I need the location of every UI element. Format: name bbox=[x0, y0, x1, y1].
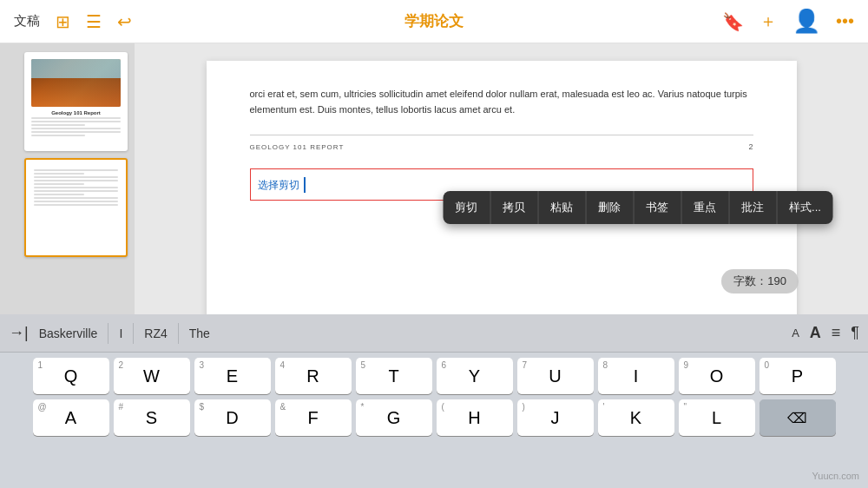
key-D[interactable]: $D bbox=[194, 399, 271, 436]
top-toolbar: 文稿 ⊞ ☰ ↩ 学期论文 🔖 ＋ 👤 ••• bbox=[0, 0, 868, 43]
menu-delete[interactable]: 删除 bbox=[586, 191, 634, 224]
key-K[interactable]: 'K bbox=[598, 399, 674, 436]
key-num: 7 bbox=[523, 361, 528, 370]
align-icon[interactable]: ≡ bbox=[832, 324, 841, 342]
menu-bookmark[interactable]: 书签 bbox=[634, 191, 681, 224]
thumb-line bbox=[34, 183, 84, 185]
key-letter: I bbox=[634, 367, 639, 385]
page-2-thumb[interactable] bbox=[24, 158, 128, 257]
doc-title: 学期论文 bbox=[404, 11, 464, 31]
list-icon[interactable]: ☰ bbox=[86, 11, 102, 32]
key-I[interactable]: 8I bbox=[598, 358, 674, 394]
key-L[interactable]: "L bbox=[679, 399, 755, 436]
watermark: Yuucn.com bbox=[812, 471, 859, 481]
doc-area: orci erat et, sem cum, ultricies sollici… bbox=[135, 43, 868, 314]
menu-copy[interactable]: 拷贝 bbox=[490, 191, 538, 224]
key-num: 2 bbox=[119, 361, 124, 370]
layout-icon[interactable]: ⊞ bbox=[56, 11, 70, 32]
key-letter: E bbox=[227, 367, 238, 385]
key-sym: * bbox=[361, 403, 365, 412]
separator bbox=[178, 323, 179, 344]
kb-toolbar-left: →| Baskerville I RZ4 The bbox=[9, 323, 792, 344]
key-O[interactable]: 9O bbox=[679, 358, 755, 394]
thumb-line bbox=[31, 128, 121, 129]
key-Q[interactable]: 1Q bbox=[33, 358, 109, 394]
font-size-large-icon[interactable]: A bbox=[810, 324, 821, 342]
thumb-line bbox=[34, 197, 118, 199]
key-sym: ) bbox=[523, 403, 525, 412]
key-letter: J bbox=[551, 409, 560, 426]
kb-toolbar-right: A A ≡ ¶ bbox=[792, 324, 859, 342]
thumb-line bbox=[31, 117, 121, 119]
menu-style[interactable]: 样式... bbox=[777, 191, 833, 224]
key-letter: O bbox=[710, 367, 724, 385]
menu-highlight[interactable]: 重点 bbox=[681, 191, 729, 224]
key-num: 3 bbox=[200, 361, 205, 370]
key-letter: S bbox=[146, 409, 157, 426]
backspace-key[interactable]: ⌫ bbox=[760, 399, 836, 436]
key-T[interactable]: 5T bbox=[356, 358, 432, 394]
key-sym: @ bbox=[38, 403, 47, 412]
text-cursor bbox=[304, 177, 306, 193]
user-icon[interactable]: 👤 bbox=[792, 8, 820, 35]
font-name-label[interactable]: Baskerville bbox=[39, 326, 98, 340]
key-H[interactable]: (H bbox=[437, 399, 513, 436]
kb-row-1: 1Q 2W 3E 4R 5T 6Y 7U 8I 9O 0P bbox=[3, 358, 865, 394]
key-U[interactable]: 7U bbox=[517, 358, 594, 394]
keyboard-area: →| Baskerville I RZ4 The A A ≡ ¶ 1Q 2W 3… bbox=[0, 314, 868, 488]
page-1-thumb[interactable]: Geology 101 Report bbox=[24, 52, 128, 151]
thumb-line bbox=[31, 124, 85, 126]
key-S[interactable]: #S bbox=[114, 399, 190, 436]
doc-footer: GEOLOGY 101 REPORT 2 bbox=[250, 135, 753, 151]
toolbar-right: 🔖 ＋ 👤 ••• bbox=[722, 8, 854, 35]
key-letter: P bbox=[792, 367, 803, 385]
sidebar: 1 Geology 101 Report 2 bbox=[0, 43, 135, 314]
thumb-line bbox=[34, 190, 118, 192]
key-R[interactable]: 4R bbox=[275, 358, 352, 394]
key-F[interactable]: &F bbox=[275, 399, 352, 436]
shortcut-3[interactable]: The bbox=[189, 326, 210, 340]
key-letter: R bbox=[306, 367, 319, 385]
thumb-line bbox=[31, 121, 121, 122]
key-sym: & bbox=[280, 403, 286, 412]
key-W[interactable]: 2W bbox=[114, 358, 190, 394]
key-J[interactable]: )J bbox=[517, 399, 594, 436]
key-P[interactable]: 0P bbox=[760, 358, 836, 394]
more-icon[interactable]: ••• bbox=[836, 11, 854, 31]
pilcrow-icon[interactable]: ¶ bbox=[851, 324, 859, 342]
bookmark-icon[interactable]: 🔖 bbox=[722, 11, 744, 32]
key-letter: L bbox=[712, 409, 721, 426]
doc-body-text: orci erat et, sem cum, ultricies sollici… bbox=[250, 87, 753, 117]
key-A[interactable]: @A bbox=[33, 399, 109, 436]
thumb-1-image bbox=[31, 59, 121, 107]
key-letter: K bbox=[630, 409, 641, 426]
tab-icon[interactable]: →| bbox=[9, 324, 29, 342]
thumb-line bbox=[34, 187, 118, 188]
shortcut-2[interactable]: RZ4 bbox=[144, 326, 167, 340]
menu-paste[interactable]: 粘贴 bbox=[538, 191, 586, 224]
separator bbox=[133, 323, 134, 344]
thumb-line bbox=[34, 194, 84, 195]
shortcut-1[interactable]: I bbox=[119, 326, 122, 340]
main-area: 1 Geology 101 Report 2 bbox=[0, 43, 868, 314]
add-icon[interactable]: ＋ bbox=[760, 10, 777, 33]
key-sym: ( bbox=[442, 403, 444, 412]
kb-row-2: @A #S $D &F *G (H )J 'K "L ⌫ bbox=[3, 399, 865, 436]
kb-toolbar: →| Baskerville I RZ4 The A A ≡ ¶ bbox=[0, 314, 868, 353]
key-letter: H bbox=[468, 409, 480, 426]
page-1-wrapper: 1 Geology 101 Report bbox=[7, 52, 128, 151]
key-letter: U bbox=[549, 367, 561, 385]
key-letter: A bbox=[65, 409, 76, 426]
key-num: 9 bbox=[684, 361, 689, 370]
key-G[interactable]: *G bbox=[356, 399, 432, 436]
menu-comment[interactable]: 批注 bbox=[729, 191, 777, 224]
key-E[interactable]: 3E bbox=[194, 358, 271, 394]
word-count-badge: 字数：190 bbox=[721, 269, 799, 293]
key-Y[interactable]: 6Y bbox=[437, 358, 513, 394]
menu-cut[interactable]: 剪切 bbox=[443, 191, 490, 224]
doc-button[interactable]: 文稿 bbox=[14, 13, 40, 30]
undo-icon[interactable]: ↩ bbox=[117, 11, 132, 32]
doc-page: orci erat et, sem cum, ultricies sollici… bbox=[207, 61, 797, 314]
thumb-line bbox=[34, 201, 118, 202]
font-size-small-icon[interactable]: A bbox=[792, 326, 799, 340]
